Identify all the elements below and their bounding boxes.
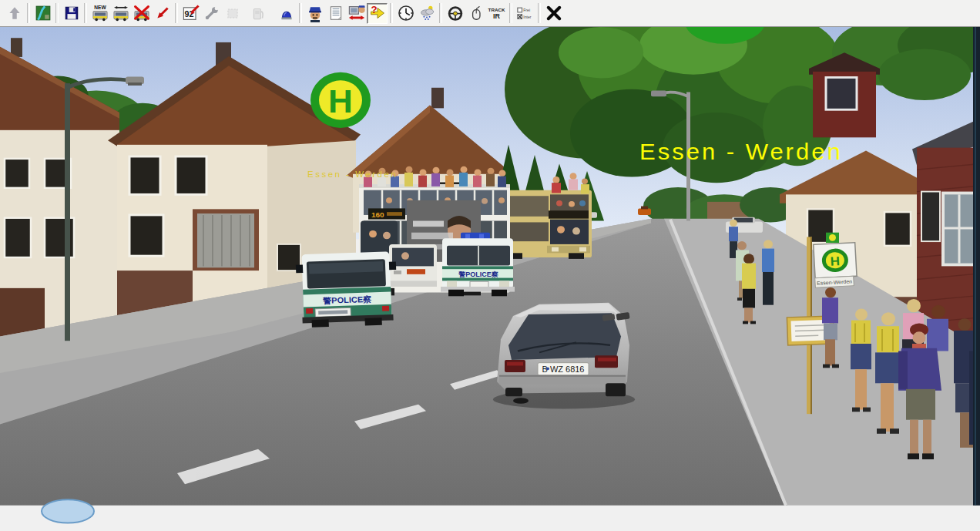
- sphere-widget: [42, 499, 94, 523]
- weather-icon: [418, 4, 436, 22]
- repair-button[interactable]: [201, 3, 222, 24]
- timetable-list-button[interactable]: [325, 3, 346, 24]
- police-van-rear[interactable]: 警POLICE察: [295, 251, 398, 328]
- barn-building: [809, 52, 880, 137]
- delete-bus-button[interactable]: [131, 3, 152, 24]
- h-sign-large-letter: H: [328, 83, 353, 119]
- ai-traffic-button[interactable]: [346, 3, 367, 24]
- weather-button[interactable]: [416, 3, 437, 24]
- white-bus-front[interactable]: [389, 244, 437, 287]
- siren-icon: [278, 5, 295, 22]
- move-bus-icon: [112, 4, 130, 22]
- toolbar-separator: [175, 3, 178, 23]
- siren-button[interactable]: [276, 3, 297, 24]
- map-icon: [35, 5, 52, 22]
- save-icon: [63, 5, 80, 22]
- ai-traffic-icon: [347, 4, 366, 22]
- fuel-button[interactable]: [247, 3, 268, 24]
- viewport-3d[interactable]: H Essen-Werden: [0, 27, 980, 531]
- up-arrow-icon: [6, 5, 23, 22]
- h-sign-large[interactable]: H: [310, 72, 371, 128]
- license-plate: B WZ 6816: [538, 363, 589, 375]
- toolbar-separator: [84, 3, 87, 23]
- steering-wheel-icon: [446, 4, 465, 22]
- route-query-icon: ?: [368, 4, 387, 22]
- time-button[interactable]: [395, 3, 416, 24]
- up-button[interactable]: [4, 3, 25, 24]
- destination-display-route: 160: [371, 210, 384, 219]
- schedule-button[interactable]: 92: [180, 3, 201, 24]
- select-vehicle-button[interactable]: [152, 3, 173, 24]
- save-button[interactable]: [61, 3, 82, 24]
- trackir-label-line1: TRACK: [488, 7, 505, 12]
- timetable-list-icon: [327, 5, 344, 22]
- trackir-button[interactable]: TRACK IR: [486, 3, 507, 24]
- close-button[interactable]: [543, 3, 564, 24]
- silver-car[interactable]: B WZ 6816: [493, 303, 635, 409]
- scene-edge-strip: [973, 27, 980, 506]
- mouse-icon: [468, 5, 485, 22]
- select-arrow-icon: [154, 5, 171, 22]
- view-options-icon: Frei Inter: [515, 4, 535, 22]
- driver-button[interactable]: [304, 3, 325, 24]
- wrench-icon: [203, 5, 220, 22]
- omsi-editor-window: NEW: [0, 0, 980, 531]
- parts-icon: [224, 5, 241, 22]
- trackir-label-line2: IR: [493, 12, 500, 20]
- parts-button[interactable]: [222, 3, 243, 24]
- toolbar-separator: [55, 3, 59, 23]
- toolbar-separator: [509, 3, 512, 23]
- trackir-icon: TRACK IR: [487, 4, 506, 22]
- new-bus-button[interactable]: NEW: [89, 3, 110, 24]
- stop-label-large: Essen - Werden: [639, 139, 843, 164]
- police-front-marking: 警POLICE察: [458, 271, 498, 278]
- view-options-label2: Inter: [523, 15, 532, 19]
- move-bus-button[interactable]: [110, 3, 131, 24]
- view-options-button[interactable]: Frei Inter: [515, 3, 535, 24]
- toolbar-separator: [390, 3, 393, 23]
- view-options-label1: Frei: [523, 8, 530, 12]
- stop-label-small: Essen - Werden: [307, 170, 398, 179]
- h-stop-sign-letter: H: [830, 254, 840, 269]
- toolbar-separator: [27, 3, 30, 23]
- steering-button[interactable]: [445, 3, 465, 24]
- police-rear-marking: 警POLICE察: [323, 294, 372, 305]
- editor-toolbar: NEW: [0, 0, 980, 27]
- route-query-label: ?: [371, 4, 377, 15]
- schedule-icon: 92: [182, 4, 200, 22]
- scene-render: H Essen-Werden: [0, 27, 980, 531]
- toolbar-separator: [439, 3, 442, 23]
- delete-bus-icon: [133, 4, 151, 22]
- route-query-button[interactable]: ?: [367, 3, 388, 24]
- new-bus-icon: NEW: [91, 4, 109, 22]
- clock-icon: [397, 4, 415, 22]
- toolbar-separator: [299, 3, 302, 23]
- driver-icon: [306, 4, 324, 22]
- map-button[interactable]: [32, 3, 53, 24]
- close-icon: [545, 4, 563, 22]
- police-van-front[interactable]: 警POLICE察: [441, 233, 515, 297]
- fuel-icon: [250, 5, 267, 22]
- toolbar-separator: [538, 3, 541, 23]
- mouse-control-button[interactable]: [465, 3, 486, 24]
- new-bus-label: NEW: [94, 5, 106, 10]
- h-stop-sign: H: [814, 243, 857, 278]
